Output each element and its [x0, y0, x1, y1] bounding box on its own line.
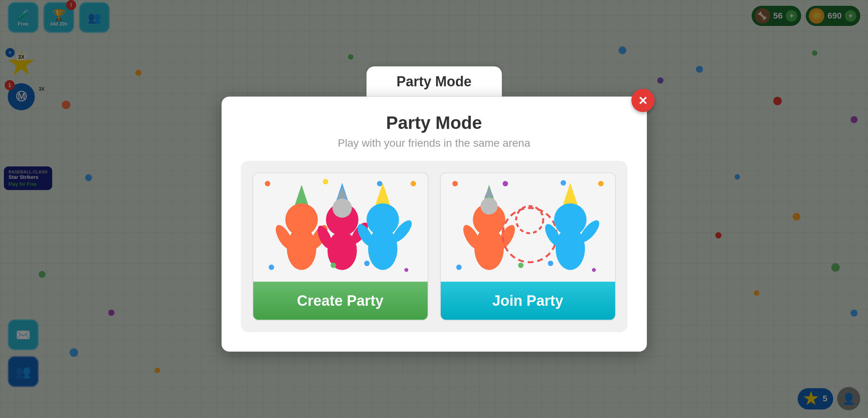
close-button[interactable]: ✕ [631, 89, 655, 112]
confetti-dot [265, 181, 270, 187]
create-party-characters [263, 177, 418, 278]
svg-point-34 [481, 198, 498, 215]
confetti-dot [456, 265, 462, 270]
confetti-dot [377, 181, 382, 187]
svg-point-18 [333, 199, 352, 218]
svg-point-15 [368, 228, 397, 270]
confetti-dot [548, 261, 553, 266]
modal-body: ✕ Party Mode Play with your friends in t… [222, 97, 647, 352]
confetti-dot [364, 261, 370, 266]
confetti-dot [518, 263, 524, 268]
join-party-option[interactable]: Join Party [440, 173, 616, 321]
svg-marker-35 [484, 187, 494, 197]
create-party-option[interactable]: Create Party [252, 173, 428, 321]
confetti-dot [452, 181, 458, 187]
modal-tab: Party Mode [367, 67, 502, 97]
svg-marker-12 [375, 183, 391, 206]
confetti-dot [323, 179, 328, 185]
join-party-characters [450, 177, 605, 278]
join-party-button[interactable]: Join Party [441, 282, 615, 320]
modal-overlay: Party Mode ✕ Party Mode Play with your f… [0, 0, 868, 418]
modal-title: Party Mode [241, 112, 628, 133]
svg-point-31 [556, 228, 585, 270]
modal-subtitle: Play with your friends in the same arena [241, 137, 628, 149]
modal-tab-title: Party Mode [396, 74, 471, 89]
confetti-dot [411, 181, 416, 187]
svg-point-3 [287, 228, 316, 270]
create-party-image [253, 173, 428, 282]
confetti-dot [561, 180, 566, 186]
modal-container: Party Mode ✕ Party Mode Play with your f… [222, 67, 647, 352]
svg-marker-19 [337, 187, 347, 199]
join-party-image [441, 173, 615, 282]
party-options: Create Party [241, 161, 628, 332]
confetti-dot [331, 263, 336, 268]
confetti-dot [404, 268, 408, 272]
confetti-dot [269, 265, 274, 270]
confetti-dot [503, 181, 508, 187]
svg-point-23 [474, 228, 504, 270]
confetti-dot [598, 181, 604, 187]
confetti-dot [592, 268, 596, 272]
svg-marker-28 [563, 183, 578, 206]
create-party-button[interactable]: Create Party [253, 282, 428, 320]
